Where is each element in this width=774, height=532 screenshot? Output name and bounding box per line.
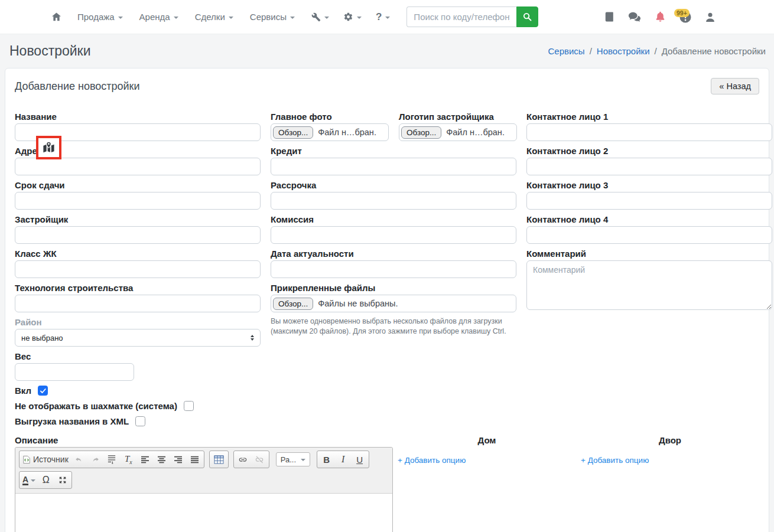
source-code-icon [22,455,31,464]
main-photo-field: Главное фото Обзор... Файл н…бран. [271,111,389,145]
menu-sdelki[interactable]: Сделки [195,12,233,22]
bell-icon [654,11,666,23]
xml-export-label: Выгрузка названия в XML [15,416,129,427]
contact1-input[interactable] [526,123,772,141]
contact3-input[interactable] [526,192,772,210]
editor-undo-button[interactable] [71,452,87,467]
menu-prodazha[interactable]: Продажа [77,12,123,22]
browse-button[interactable]: Обзор... [273,126,313,139]
editor-source-button[interactable]: Источник [21,452,70,467]
developer-label: Застройщик [15,214,261,225]
enabled-checkbox[interactable] [38,386,48,396]
menu-servisy-label: Сервисы [250,12,287,22]
editor-maximize-button[interactable] [54,472,70,488]
counter-button[interactable]: 99+ [679,11,692,24]
back-button[interactable]: « Назад [711,78,759,94]
editor-format-dropdown[interactable]: Ра... [276,452,310,466]
photo-logo-row: Главное фото Обзор... Файл н…бран. Логот… [271,111,516,145]
editor-link-button[interactable] [235,452,251,467]
contact4-input[interactable] [526,226,772,244]
editor-group-styles: B I U [317,451,369,468]
editor-redo-button[interactable] [87,452,103,467]
developer-logo-label: Логотип застройщика [399,111,517,122]
chevron-down-icon [357,17,362,19]
menu-servisy[interactable]: Сервисы [250,12,295,22]
editor-text-color-button[interactable]: A [21,472,37,488]
journal-button[interactable] [604,11,615,22]
form-column-3: Контактное лицо 1 Контактное лицо 2 Конт… [526,111,772,431]
home-button[interactable] [51,11,62,22]
xml-export-checkbox[interactable] [135,416,145,426]
search-button[interactable] [516,6,538,27]
deadline-input[interactable] [15,192,261,210]
breadcrumb-separator: / [590,46,592,56]
form-column-2: Главное фото Обзор... Файл н…бран. Логот… [271,111,516,431]
breadcrumb: Сервисы / Новостройки / Добавление новос… [548,46,766,56]
counter-badge: 99+ [674,9,690,17]
developer-logo-file-input[interactable]: Обзор... Файл н…бран. [399,123,517,141]
editor-unlink-button[interactable] [252,452,268,467]
file-name-text: Файлы не выбраны. [318,299,398,308]
comment-textarea[interactable] [526,260,772,310]
browse-button[interactable]: Обзор... [273,298,313,310]
chevron-down-icon [118,17,123,19]
commission-label: Комиссия [271,214,516,225]
editor-source-label: Источник [33,455,69,464]
commission-input[interactable] [271,226,516,244]
editor-group-table [209,451,229,468]
page-header: Новостройки Сервисы / Новостройки / Доба… [0,34,774,68]
editor-content-area[interactable] [15,494,392,532]
profile-button[interactable] [704,11,716,23]
breadcrumb-services-link[interactable]: Сервисы [548,46,585,56]
editor-group-extra: A Ω [19,471,72,489]
credit-label: Кредит [271,145,516,156]
settings-menu[interactable] [343,12,362,22]
messages-button[interactable] [627,11,642,24]
chevron-down-icon [229,17,233,19]
yard-add-option-link[interactable]: + Добавить опцию [581,456,649,465]
tools-menu[interactable] [311,12,329,22]
attachments-label: Прикрепленные файлы [271,282,516,293]
editor-bold-button[interactable]: B [318,452,334,467]
contact2-label: Контактное лицо 2 [526,145,772,156]
editor-remove-format-button[interactable]: Tx [121,452,136,467]
editor-align-left-button[interactable] [137,452,153,467]
editor-underline-button[interactable]: U [352,452,368,467]
weight-input[interactable] [15,363,134,381]
help-menu[interactable]: ? [376,11,390,23]
help-icon: ? [376,11,382,23]
menu-sdelki-label: Сделки [195,12,225,22]
main-photo-file-input[interactable]: Обзор... Файл н…бран. [271,123,389,141]
installment-input[interactable] [271,192,516,210]
contact2-input[interactable] [526,158,772,175]
deadline-label: Срок сдачи [15,179,261,191]
editor-align-right-button[interactable] [170,452,186,467]
attachments-file-input[interactable]: Обзор... Файлы не выбраны. [271,295,516,312]
align-justify-icon [190,456,199,464]
actuality-date-input[interactable] [271,260,516,278]
breadcrumb-novostroyki-link[interactable]: Новостройки [597,46,650,56]
class-input[interactable] [15,260,261,278]
editor-table-button[interactable] [211,452,227,467]
menu-arenda[interactable]: Аренда [139,12,178,22]
house-add-option-link[interactable]: + Добавить опцию [398,456,466,465]
notifications-button[interactable] [654,11,666,23]
browse-button[interactable]: Обзор... [401,126,441,139]
editor-align-justify-button[interactable] [187,452,203,467]
search-input[interactable] [406,6,516,27]
editor-italic-button[interactable]: I [335,452,351,467]
editor-special-char-button[interactable]: Ω [38,472,54,488]
hide-in-chess-label: Не отображать в шахматке (система) [15,400,177,412]
developer-input[interactable] [15,226,261,244]
main-panel: Добавление новостройки « Назад Название … [5,68,769,532]
address-input[interactable] [15,158,261,175]
district-select[interactable]: не выбрано [15,329,261,347]
align-left-icon [141,456,149,464]
address-map-button[interactable] [42,141,56,155]
editor-select-all-button[interactable] [104,452,120,467]
technology-input[interactable] [15,295,261,312]
page-title: Новостройки [9,43,91,59]
credit-input[interactable] [271,158,516,175]
editor-align-center-button[interactable] [154,452,170,467]
hide-in-chess-checkbox[interactable] [184,401,194,411]
